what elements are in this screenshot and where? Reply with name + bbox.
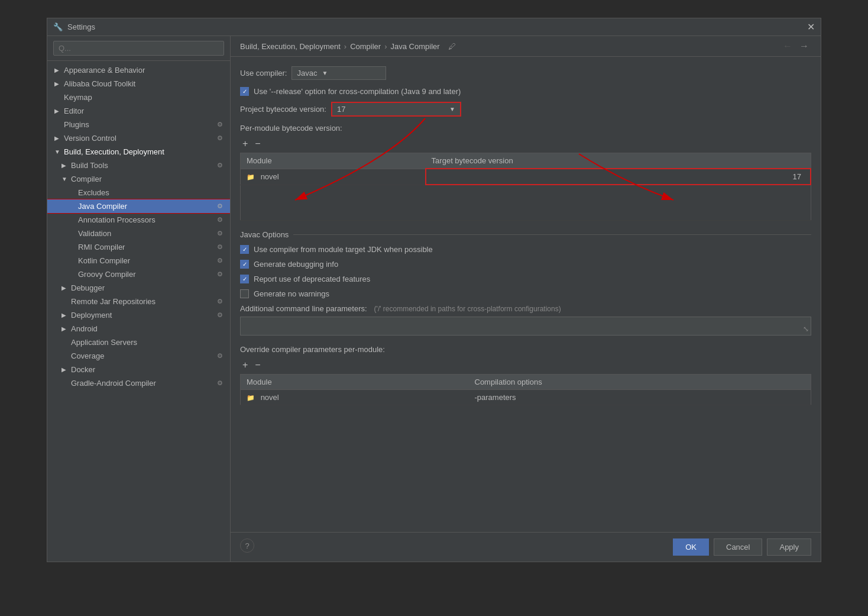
ok-button[interactable]: OK xyxy=(673,538,709,556)
nav-back-button[interactable]: ← xyxy=(780,41,795,51)
sidebar-item-label: Java Compiler xyxy=(78,202,217,211)
bottom-bar: ? OK Cancel Apply xyxy=(231,532,821,562)
arrow-icon: ▶ xyxy=(61,366,69,373)
settings-icon: ⚙ xyxy=(217,134,223,142)
breadcrumb-part1: Build, Execution, Deployment xyxy=(240,42,341,51)
override-table-toolbar: + − xyxy=(240,359,811,372)
override-options-value: -parameters xyxy=(475,393,516,402)
sidebar-item-remote-jar[interactable]: Remote Jar Repositories ⚙ xyxy=(47,295,230,308)
settings-icon: ⚙ xyxy=(217,270,223,278)
sidebar-item-groovy-compiler[interactable]: Groovy Compiler ⚙ xyxy=(47,267,230,281)
cmd-params-input-wrapper: ⤡ xyxy=(240,317,811,336)
sidebar-item-build-exec-deploy[interactable]: ▼ Build, Execution, Deployment xyxy=(47,145,230,159)
nav-forward-button[interactable]: → xyxy=(797,41,811,51)
release-option-label: Use '--release' option for cross-compila… xyxy=(254,87,461,96)
sidebar-item-excludes[interactable]: Excludes xyxy=(47,186,230,199)
javac-opt2-checkbox[interactable]: ✓ xyxy=(240,260,249,269)
sidebar-item-label: Coverage xyxy=(71,351,217,360)
combo-arrow-icon: ▼ xyxy=(449,106,455,112)
apply-button[interactable]: Apply xyxy=(767,538,811,556)
release-option-checkbox[interactable]: ✓ xyxy=(240,87,249,96)
module-folder-icon: 📁 xyxy=(247,173,255,180)
sidebar-item-validation[interactable]: Validation ⚙ xyxy=(47,227,230,240)
table-row: 📁 novel -parameters xyxy=(241,389,811,405)
override-module-name: novel xyxy=(261,393,279,402)
sidebar-item-appearance[interactable]: ▶ Appearance & Behavior xyxy=(47,63,230,77)
cmd-params-section: Additional command line parameters: ('/'… xyxy=(240,304,811,336)
sidebar-item-label: Plugins xyxy=(64,120,217,129)
settings-icon: ⚙ xyxy=(217,311,223,319)
cmd-params-label: Additional command line parameters: xyxy=(240,304,367,313)
javac-section-title: Javac Options xyxy=(240,230,289,239)
table-toolbar: + − xyxy=(240,137,811,150)
sidebar-item-label: Compiler xyxy=(71,175,223,183)
sidebar-item-keymap[interactable]: Keymap xyxy=(47,91,230,104)
add-module-button[interactable]: + xyxy=(240,137,250,150)
sidebar: ▶ Appearance & Behavior ▶ Alibaba Cloud … xyxy=(47,36,231,562)
empty-cell xyxy=(241,185,811,220)
javac-opt3-checkbox[interactable]: ✓ xyxy=(240,275,249,283)
close-button[interactable]: ✕ xyxy=(807,21,815,33)
sidebar-item-editor[interactable]: ▶ Editor xyxy=(47,104,230,118)
bytecode-version-label: Project bytecode version: xyxy=(240,105,326,114)
sidebar-item-label: Debugger xyxy=(71,283,223,292)
sidebar-item-debugger[interactable]: ▶ Debugger xyxy=(47,281,230,295)
nav-arrows: ← → xyxy=(780,41,811,51)
target-version-cell: 17 xyxy=(426,169,811,185)
sidebar-item-annotation-processors[interactable]: Annotation Processors ⚙ xyxy=(47,213,230,227)
sidebar-item-java-compiler[interactable]: Java Compiler ⚙ xyxy=(47,199,230,213)
javac-opt1-checkbox[interactable]: ✓ xyxy=(240,245,249,254)
sidebar-item-kotlin-compiler[interactable]: Kotlin Compiler ⚙ xyxy=(47,254,230,267)
add-override-button[interactable]: + xyxy=(240,359,250,372)
settings-icon: ⚙ xyxy=(217,352,223,360)
sidebar-item-plugins[interactable]: Plugins ⚙ xyxy=(47,118,230,131)
sidebar-item-version-control[interactable]: ▶ Version Control ⚙ xyxy=(47,131,230,145)
sidebar-item-gradle-android[interactable]: Gradle-Android Compiler ⚙ xyxy=(47,376,230,390)
javac-opt4-checkbox[interactable] xyxy=(240,289,249,298)
sidebar-item-label: Kotlin Compiler xyxy=(78,256,217,265)
sidebar-item-coverage[interactable]: Coverage ⚙ xyxy=(47,349,230,363)
expand-icon: ⤡ xyxy=(803,325,809,333)
cmd-params-input[interactable] xyxy=(240,317,811,336)
arrow-icon: ▶ xyxy=(61,312,69,318)
sidebar-item-build-tools[interactable]: ▶ Build Tools ⚙ xyxy=(47,159,230,172)
sidebar-item-docker[interactable]: ▶ Docker xyxy=(47,363,230,376)
bytecode-version-combo[interactable]: 17 ▼ xyxy=(331,102,461,117)
remove-module-button[interactable]: − xyxy=(252,137,263,150)
sidebar-item-label: Android xyxy=(71,324,223,333)
table-empty-row xyxy=(241,185,811,220)
sidebar-item-label: Validation xyxy=(78,229,217,238)
cancel-button[interactable]: Cancel xyxy=(714,538,762,556)
settings-icon: ⚙ xyxy=(217,298,223,305)
sidebar-item-rmi-compiler[interactable]: RMI Compiler ⚙ xyxy=(47,240,230,254)
arrow-icon: ▼ xyxy=(61,176,69,182)
use-compiler-combo[interactable]: Javac ▼ xyxy=(292,66,386,80)
edit-icon[interactable]: 🖊 xyxy=(448,42,456,51)
sidebar-item-app-servers[interactable]: Application Servers xyxy=(47,336,230,349)
settings-icon: ⚙ xyxy=(217,379,223,387)
override-module-header: Module xyxy=(241,374,469,389)
breadcrumb-bar: Build, Execution, Deployment › Compiler … xyxy=(231,36,821,57)
search-input[interactable] xyxy=(53,41,224,56)
sidebar-item-deployment[interactable]: ▶ Deployment ⚙ xyxy=(47,308,230,322)
sidebar-item-label: Excludes xyxy=(78,188,223,197)
sidebar-item-label: Application Servers xyxy=(71,338,223,347)
arrow-icon: ▶ xyxy=(54,135,61,141)
sidebar-tree: ▶ Appearance & Behavior ▶ Alibaba Cloud … xyxy=(47,61,230,562)
javac-opt1-label: Use compiler from module target JDK when… xyxy=(254,245,433,254)
target-version-value: 17 xyxy=(793,172,801,181)
sidebar-item-label: Docker xyxy=(71,365,223,374)
module-name: novel xyxy=(261,172,279,181)
arrow-icon: ▶ xyxy=(61,285,69,291)
arrow-icon: ▶ xyxy=(54,80,61,87)
settings-icon: ⚙ xyxy=(217,216,223,224)
sidebar-item-compiler[interactable]: ▼ Compiler xyxy=(47,172,230,186)
settings-window: 🔧 Settings ✕ ▶ Appearance & Behavior xyxy=(47,18,821,562)
help-button[interactable]: ? xyxy=(240,538,254,553)
cmd-params-hint: ('/' recommended in paths for cross-plat… xyxy=(374,305,561,313)
sidebar-item-android[interactable]: ▶ Android xyxy=(47,322,230,336)
sidebar-item-alibaba[interactable]: ▶ Alibaba Cloud Toolkit xyxy=(47,77,230,91)
settings-icon: ⚙ xyxy=(217,243,223,251)
module-column-header: Module xyxy=(241,153,426,169)
remove-override-button[interactable]: − xyxy=(252,359,263,372)
